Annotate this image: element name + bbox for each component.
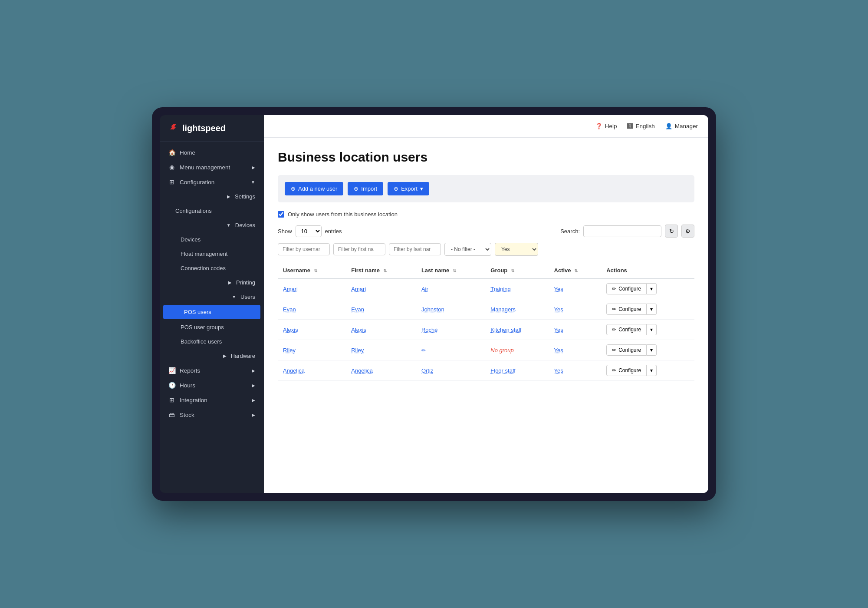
username-link[interactable]: Angelica [283,367,305,374]
gear-icon: ⚙ [685,228,690,235]
controls-row: Show 10 25 50 100 entries Search: [278,225,694,238]
user-menu[interactable]: 👤 Manager [665,123,698,129]
sidebar-item-configurations[interactable]: Configurations [160,204,264,218]
active-value[interactable]: Yes [554,286,563,292]
filter-active-select[interactable]: Yes No - No filter - [495,243,538,256]
sidebar-item-float-management[interactable]: Float management [160,247,264,261]
configure-dropdown-button[interactable]: ▾ [647,304,657,315]
sidebar-item-backoffice-users[interactable]: Backoffice users [160,334,264,349]
add-user-button[interactable]: ⊕ Add a new user [285,182,343,195]
configure-button[interactable]: ✏ Configure [606,344,647,356]
configure-label: Configure [618,347,641,353]
configure-caret-icon: ▾ [650,306,653,312]
integration-icon: ⊞ [168,397,175,403]
lastname-link[interactable]: Air [421,286,428,292]
firstname-link[interactable]: Angelica [351,367,373,374]
import-label: Import [361,185,377,192]
sort-active-icon[interactable]: ⇅ [574,268,578,273]
filter-firstname-input[interactable] [333,243,385,255]
group-link[interactable]: Managers [490,306,516,313]
lastname-link[interactable]: Ortiz [421,367,433,374]
username-link[interactable]: Amari [283,286,298,292]
configure-dropdown-button[interactable]: ▾ [647,344,657,356]
configure-edit-icon: ✏ [612,286,616,292]
search-input[interactable] [583,225,661,237]
location-filter-checkbox[interactable] [278,211,284,218]
active-value[interactable]: Yes [554,327,563,333]
help-label: Help [605,123,617,129]
configure-button[interactable]: ✏ Configure [606,365,647,376]
username-link[interactable]: Alexis [283,327,298,333]
sidebar-item-home-label: Home [180,149,195,156]
add-icon: ⊕ [291,185,296,192]
configure-dropdown-button[interactable]: ▾ [647,283,657,294]
table-row: EvanEvanJohnstonManagersYes ✏ Configure … [278,299,694,320]
settings-button[interactable]: ⚙ [681,225,694,238]
firstname-link[interactable]: Riley [351,347,364,354]
table-row: AlexisAlexisRochéKitchen staffYes ✏ Conf… [278,320,694,340]
sidebar-item-devices-sub[interactable]: Devices [160,232,264,247]
th-actions: Actions [601,263,694,278]
sidebar-item-hours[interactable]: 🕐 Hours ▶ [160,378,264,393]
active-value[interactable]: Yes [554,367,563,374]
configure-label: Configure [618,286,641,292]
filter-username-input[interactable] [278,243,330,255]
sidebar-item-reports[interactable]: 📈 Reports ▶ [160,363,264,378]
sidebar-item-printing[interactable]: ▶ Printing [160,275,264,290]
location-filter-row: Only show users from this business locat… [278,211,694,218]
sidebar-item-home[interactable]: 🏠 Home [160,145,264,160]
th-username: Username ⇅ [278,263,346,278]
sidebar-item-backoffice-label: Backoffice users [181,338,222,345]
edit-lastname-icon[interactable]: ✏ [421,347,426,354]
group-value: No group [490,347,513,354]
sidebar-item-users[interactable]: ▼ Users [160,290,264,304]
lastname-link[interactable]: Roché [421,327,438,333]
active-value[interactable]: Yes [554,347,563,354]
sort-firstname-icon[interactable]: ⇅ [383,268,387,273]
sidebar-item-hardware[interactable]: ▶ Hardware [160,349,264,363]
username-link[interactable]: Riley [283,347,296,354]
entries-select[interactable]: 10 25 50 100 [296,225,322,237]
sidebar-item-connection-codes[interactable]: Connection codes [160,261,264,275]
sort-username-icon[interactable]: ⇅ [314,268,317,273]
configure-dropdown-button[interactable]: ▾ [647,365,657,376]
sidebar-nav: 🏠 Home ◉ Menu management ▶ ⊞ Configurati… [160,142,264,493]
top-bar: ❓ Help 🅰 English 👤 Manager [264,115,708,138]
language-selector[interactable]: 🅰 English [627,123,654,129]
import-button[interactable]: ⊕ Import [348,182,383,195]
firstname-link[interactable]: Alexis [351,327,366,333]
sidebar-logo: lightspeed [160,115,264,142]
filter-group-select[interactable]: - No filter - Training Managers Kitchen … [444,243,491,256]
help-button[interactable]: ❓ Help [595,123,617,129]
sidebar-item-settings[interactable]: ▶ Settings [160,189,264,204]
sidebar-item-integration[interactable]: ⊞ Integration ▶ [160,393,264,407]
sidebar-item-pos-groups-label: POS user groups [181,324,224,330]
group-link[interactable]: Floor staff [490,367,516,374]
lastname-link[interactable]: Johnston [421,306,444,313]
sidebar-item-devices[interactable]: ▼ Devices [160,218,264,232]
sidebar-item-pos-user-groups[interactable]: POS user groups [160,320,264,334]
filter-lastname-input[interactable] [389,243,441,255]
configure-button[interactable]: ✏ Configure [606,324,647,335]
configure-dropdown-button[interactable]: ▾ [647,324,657,335]
sort-lastname-icon[interactable]: ⇅ [453,268,456,273]
firstname-link[interactable]: Evan [351,306,364,313]
configure-edit-icon: ✏ [612,367,616,373]
active-value[interactable]: Yes [554,306,563,313]
group-link[interactable]: Training [490,286,510,292]
language-icon: 🅰 [627,123,633,129]
group-link[interactable]: Kitchen staff [490,327,521,333]
username-link[interactable]: Evan [283,306,296,313]
sidebar-item-menu-management[interactable]: ◉ Menu management ▶ [160,160,264,175]
sidebar-item-configuration[interactable]: ⊞ Configuration ▼ [160,175,264,189]
sidebar-item-pos-users[interactable]: POS users [163,305,260,319]
refresh-button[interactable]: ↻ [665,225,678,238]
sidebar-item-users-label: Users [240,294,255,300]
export-button[interactable]: ⊕ Export ▾ [388,182,429,195]
sidebar-item-stock[interactable]: 🗃 Stock ▶ [160,407,264,422]
configure-button[interactable]: ✏ Configure [606,283,647,294]
firstname-link[interactable]: Amari [351,286,366,292]
configure-button[interactable]: ✏ Configure [606,304,647,315]
chevron-right-hours-icon: ▶ [252,383,255,388]
sort-group-icon[interactable]: ⇅ [511,268,514,273]
